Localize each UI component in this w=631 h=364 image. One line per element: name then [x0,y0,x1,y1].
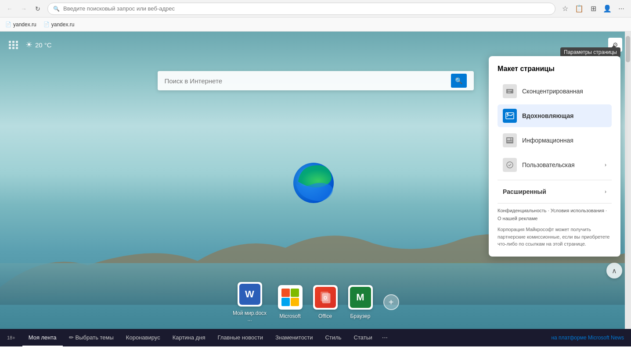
top-bar: ☀ 20 °C ⚙ [0,32,631,58]
fav-label-1: yandex.ru [13,21,36,28]
grid-dot [9,41,11,43]
ms-quadrant-4 [291,298,299,306]
svg-rect-13 [511,139,512,140]
weather-icon: ☀ [25,40,32,50]
scrollbar[interactable] [625,32,631,346]
advanced-label: Расширенный [503,188,546,195]
fav-item-yandex-2[interactable]: 📄 yandex.ru [43,21,75,28]
panel-footer-note: Корпорация Майкрософт может получить пар… [498,226,612,248]
search-icon: 🔍 [53,6,60,12]
shortcut-label-office: Office [318,313,332,319]
panel-divider-2 [498,203,612,203]
edit-icon: ✏ [69,334,74,341]
address-bar[interactable]: 🔍 [47,3,555,15]
layout-option-inspiring[interactable]: Вдохновляющая [498,104,612,127]
news-tab-style[interactable]: Стиль [319,329,348,346]
footer-link-privacy[interactable]: Конфиденциальность [498,208,547,213]
footer-link-terms[interactable]: Условия использования [551,208,604,213]
reading-list-button[interactable]: 📋 [573,3,585,15]
toolbar-icons: ☆ 📋 ⊞ 👤 ··· [559,3,627,15]
word-app-icon: W [239,284,260,305]
add-shortcut-button[interactable]: + [383,294,399,310]
menu-button[interactable]: ··· [615,3,627,15]
layout-label-custom: Пользовательская [522,161,575,168]
apps-grid-button[interactable] [9,41,18,49]
scrollbar-thumb[interactable] [626,36,630,62]
news-tab-celebrities[interactable]: Знаменитости [269,329,319,346]
ms-quadrant-3 [281,298,290,306]
svg-point-8 [507,113,508,115]
choose-topics-label: Выбрать темы [76,334,114,341]
fav-icon-1: 📄 [5,21,11,27]
news-platform-name[interactable]: Microsoft News [588,335,624,341]
panel-footer-links: Конфиденциальность · Условия использован… [498,207,612,222]
edge-logo [289,157,342,210]
svg-rect-5 [508,90,512,91]
news-tab-picture-of-day[interactable]: Картина дня [166,329,212,346]
shortcut-item[interactable]: Microsoft [278,285,303,319]
custom-chevron-icon: › [605,162,606,168]
shortcut-label-microsoft: Microsoft [279,313,301,319]
shortcut-item[interactable]: W Мой мир.docx ... [232,282,267,322]
advanced-option[interactable]: Расширенный › [498,184,612,200]
fav-label-2: yandex.ru [51,21,75,28]
footer-link-ads[interactable]: О нашей рекламе [498,216,537,221]
browser-titlebar: ← → ↻ 🔍 ☆ 📋 ⊞ 👤 ··· [0,0,631,18]
layout-icon-custom [503,158,517,172]
layout-label-inspiring: Вдохновляющая [522,112,573,119]
fav-icon-2: 📄 [43,21,50,27]
news-platform-prefix: на платформе [551,335,588,341]
layout-option-custom[interactable]: Пользовательская › [498,153,612,176]
grid-dot [9,44,11,46]
top-left: ☀ 20 °C [9,40,52,50]
shortcut-icon-microsoft [278,285,303,310]
news-tab-choose-topics[interactable]: ✏ Выбрать темы [63,329,120,346]
microsoft-app-icon [280,287,301,308]
svg-rect-6 [508,92,511,93]
search-input[interactable] [165,77,446,85]
news-more-button[interactable]: ··· [379,334,391,342]
layout-option-focused[interactable]: Сконцентрированная [498,80,612,103]
layout-label-informational: Информационная [522,137,573,144]
shortcut-item[interactable]: M Браузер [348,285,373,319]
address-input[interactable] [63,5,550,12]
scroll-up-button[interactable]: ∧ [606,263,622,278]
back-button[interactable]: ← [4,3,16,15]
layout-icon-inspiring [503,109,517,123]
news-bar: 18+ Моя лента ✏ Выбрать темы Коронавирус… [0,329,631,346]
profile-button[interactable]: 👤 [601,3,613,15]
news-tab-top-news[interactable]: Главные новости [211,329,269,346]
shortcut-label-browser: Браузер [350,313,371,319]
search-button[interactable]: 🔍 [451,74,467,88]
layout-option-informational[interactable]: Информационная [498,129,612,152]
shortcut-icon-browser: M [348,285,373,310]
search-container: 🔍 [158,71,474,90]
refresh-button[interactable]: ↻ [32,3,44,15]
ms-quadrant-2 [291,289,299,297]
grid-dot [9,47,11,49]
tooltip-label: Параметры страницы [560,47,620,57]
svg-text:O: O [324,296,327,300]
news-tab-my-feed[interactable]: Моя лента [22,329,63,346]
news-tab-articles[interactable]: Статьи [348,329,379,346]
shortcut-icon-word: W [238,282,262,307]
favorite-button[interactable]: ☆ [559,3,571,15]
grid-dot [12,47,14,49]
advanced-chevron-icon: › [605,189,606,195]
panel-divider [498,180,612,180]
grid-dot [16,47,18,49]
layout-icon-focused [503,84,517,98]
weather-temperature: 20 °C [35,41,52,49]
weather-widget[interactable]: ☀ 20 °C [25,40,52,50]
collections-button[interactable]: ⊞ [587,3,599,15]
page-layout-panel: Макет страницы Сконцентрированная Вдохно… [489,56,620,257]
shortcut-label-word: Мой мир.docx ... [232,310,267,322]
grid-dot [12,44,14,46]
shortcut-item[interactable]: O Office [313,285,338,319]
forward-button[interactable]: → [18,3,30,15]
office-app-icon: O [315,287,336,308]
layout-icon-informational [503,133,517,147]
shortcut-icon-office: O [313,285,338,310]
fav-item-yandex-1[interactable]: 📄 yandex.ru [5,21,36,28]
news-tab-coronavirus[interactable]: Коронавирус [120,329,166,346]
